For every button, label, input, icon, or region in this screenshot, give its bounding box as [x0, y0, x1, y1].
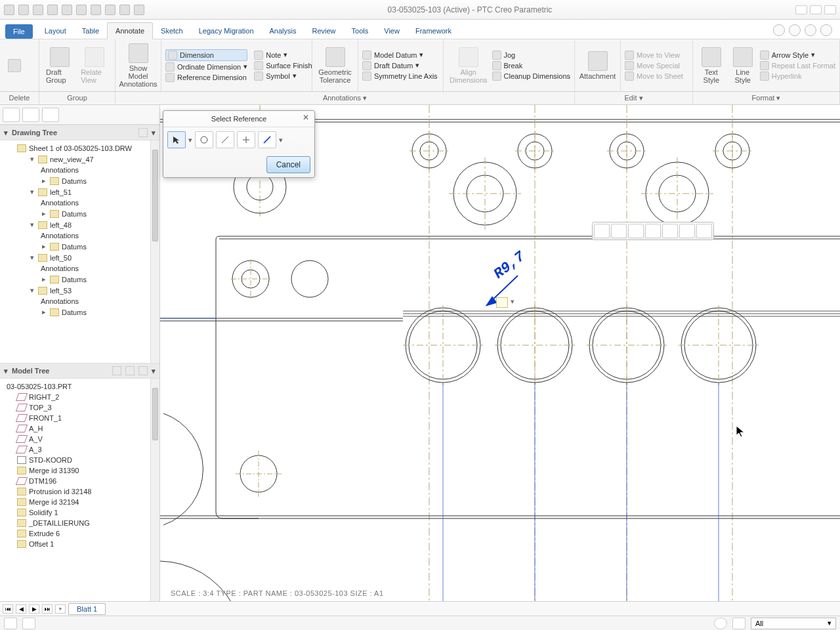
sheet-last-button[interactable]: ⏭ — [42, 604, 52, 614]
geometric-tolerance-button[interactable]: Geometric Tolerance — [316, 46, 354, 85]
model-item[interactable]: TOP_3 — [0, 402, 159, 413]
note-button[interactable]: Note ▾ — [254, 51, 312, 60]
draft-datum-button[interactable]: Draft Datum ▾ — [362, 61, 438, 70]
status-find-icon[interactable] — [732, 618, 746, 629]
model-tree-show-icon[interactable] — [125, 366, 135, 375]
attachment-button[interactable]: Attachment — [579, 50, 616, 81]
minimize-button[interactable] — [795, 5, 807, 14]
tree-datums[interactable]: ▸Datums — [0, 241, 159, 252]
model-item[interactable]: DTM196 — [0, 476, 159, 486]
tree-datums[interactable]: ▸Datums — [0, 274, 159, 285]
arrow-style-button[interactable]: Arrow Style ▾ — [760, 51, 835, 60]
model-item[interactable]: A_H — [0, 423, 159, 434]
model-item[interactable]: Solidify 1 — [0, 507, 159, 518]
select-line-dropdown[interactable]: ▾ — [279, 136, 283, 144]
model-item[interactable]: STD-KOORD — [0, 455, 159, 465]
qat-more-icon[interactable] — [134, 5, 144, 15]
tree-datums[interactable]: ▸Datums — [0, 175, 159, 186]
show-model-annotations-button[interactable]: Show Model Annotations — [119, 42, 157, 89]
tab-framework[interactable]: Framework — [408, 23, 459, 39]
sidebar-tab-favorites[interactable] — [42, 108, 59, 122]
tree-datums[interactable]: ▸Datums — [0, 306, 159, 318]
display-style-icon[interactable] — [696, 224, 712, 238]
ordinate-dimension-button[interactable]: Ordinate Dimension ▾ — [165, 62, 247, 72]
drawing-tree-scrollbar[interactable] — [150, 140, 159, 363]
symbol-button[interactable]: Symbol ▾ — [254, 72, 312, 81]
close-button[interactable] — [824, 5, 836, 14]
tab-tools[interactable]: Tools — [344, 23, 377, 39]
tree-view[interactable]: ▾new_view_47 — [0, 154, 159, 165]
model-root[interactable]: 03-053025-103.PRT — [0, 381, 159, 392]
sheet-icon[interactable] — [662, 224, 678, 238]
model-item[interactable]: A_V — [0, 434, 159, 444]
model-item[interactable]: A_3 — [0, 444, 159, 455]
help-icon[interactable] — [820, 24, 832, 36]
model-item[interactable]: RIGHT_2 — [0, 392, 159, 402]
collapse-ribbon-icon[interactable] — [773, 24, 785, 36]
delete-x-button[interactable] — [4, 58, 25, 74]
drawing-canvas[interactable]: R9,7 ▾ SCALE : 3:4 TYPE : PART NAME : 03… — [160, 105, 840, 601]
select-intersection-button[interactable] — [237, 131, 255, 148]
group-label-edit[interactable]: Edit ▾ — [575, 92, 693, 104]
tab-file[interactable]: File — [5, 24, 33, 39]
drawing-tree-settings-icon[interactable] — [138, 128, 148, 137]
model-item[interactable]: Merge id 32194 — [0, 497, 159, 507]
tree-view[interactable]: ▾left_53 — [0, 285, 159, 296]
model-tree-menu-icon[interactable]: ▾ — [152, 367, 156, 375]
expand-model-tree-icon[interactable]: ▾ — [4, 367, 8, 375]
status-tree-icon[interactable] — [4, 618, 17, 629]
tree-annotations[interactable]: Annotations — [0, 263, 159, 274]
drawing-tree-menu-icon[interactable]: ▾ — [152, 129, 156, 137]
select-arc-tangent-button[interactable] — [195, 131, 213, 148]
dimension-note-icon[interactable] — [496, 297, 508, 308]
close-win-icon[interactable] — [119, 5, 130, 15]
text-style-button[interactable]: Text Style — [697, 46, 726, 85]
tree-annotations[interactable]: Annotations — [0, 198, 159, 208]
redo-icon[interactable] — [76, 5, 87, 15]
model-item[interactable]: Offset 1 — [0, 539, 159, 549]
cleanup-dimensions-button[interactable]: Cleanup Dimensions — [492, 72, 571, 81]
group-label-delete[interactable]: Delete — [0, 92, 39, 104]
dialog-close-button[interactable]: ✕ — [301, 114, 310, 123]
model-item[interactable]: _DETAILLIERUNG — [0, 518, 159, 528]
zoom-in-icon[interactable] — [611, 224, 627, 238]
repaint-icon[interactable] — [645, 224, 661, 238]
tab-analysis[interactable]: Analysis — [262, 23, 304, 39]
undo-icon[interactable] — [62, 5, 72, 15]
regen-icon[interactable] — [91, 5, 101, 15]
save-icon[interactable] — [47, 5, 58, 15]
model-item[interactable]: Extrude 6 — [0, 528, 159, 539]
sheet-tab[interactable]: Blatt 1 — [68, 603, 106, 615]
sidebar-tab-folder[interactable] — [22, 108, 39, 122]
tree-view[interactable]: ▾left_48 — [0, 219, 159, 230]
learn-icon[interactable] — [805, 24, 816, 36]
tree-datums[interactable]: ▸Datums — [0, 208, 159, 219]
group-label-annotations[interactable]: Annotations ▾ — [116, 92, 575, 104]
break-button[interactable]: Break — [492, 61, 571, 70]
model-datum-button[interactable]: Model Datum ▾ — [362, 51, 438, 60]
select-entity-dropdown[interactable]: ▾ — [188, 136, 192, 144]
windows-icon[interactable] — [105, 5, 116, 15]
tab-annotate[interactable]: Annotate — [107, 22, 153, 39]
sheet-add-button[interactable]: + — [55, 604, 66, 614]
select-midpoint-button[interactable] — [216, 131, 234, 148]
surface-finish-button[interactable]: Surface Finish — [254, 61, 312, 70]
reference-dimension-button[interactable]: Reference Dimension — [165, 73, 247, 82]
tree-annotations[interactable]: Annotations — [0, 230, 159, 241]
tree-root-sheet[interactable]: Sheet 1 of 03-053025-103.DRW — [0, 143, 159, 154]
tab-layout[interactable]: Layout — [37, 23, 74, 39]
select-entity-button[interactable] — [167, 131, 186, 148]
maximize-button[interactable] — [810, 5, 822, 14]
sidebar-tab-tree[interactable] — [3, 108, 20, 122]
tree-annotations[interactable]: Annotations — [0, 296, 159, 306]
view-icon[interactable] — [679, 224, 695, 238]
jog-button[interactable]: Jog — [492, 51, 571, 60]
model-tree-scrollbar[interactable] — [150, 379, 159, 601]
open-icon[interactable] — [33, 5, 43, 15]
model-tree-filter-icon[interactable] — [112, 366, 121, 375]
sheet-next-button[interactable]: ▶ — [29, 604, 39, 614]
sheet-first-button[interactable]: ⏮ — [3, 604, 13, 614]
tab-legacy-migration[interactable]: Legacy Migration — [191, 23, 262, 39]
line-style-button[interactable]: Line Style — [728, 46, 757, 85]
tree-view[interactable]: ▾left_50 — [0, 252, 159, 263]
